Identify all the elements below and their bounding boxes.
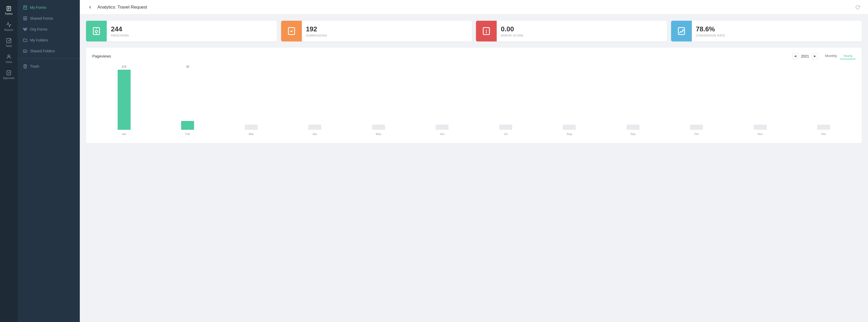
chart-year: 2021 [800, 54, 810, 58]
chart-header: Pageviews ◀ 2021 ▶ Monthly Yearly [92, 53, 856, 59]
conversion-rate-body: 78.6% CONVERSION RATE [696, 22, 725, 40]
bar-value-feb: 30 [186, 65, 189, 68]
error-score-label: ERROR SCORE [501, 34, 523, 37]
chart-title: Pageviews [92, 54, 792, 58]
stat-card-conversion-rate: 78.6% CONVERSION RATE [671, 21, 862, 41]
bar-may [372, 125, 385, 130]
bar-label-nov: Nov [757, 132, 763, 135]
chart-nav: ◀ 2021 ▶ [792, 53, 818, 59]
back-button[interactable] [86, 3, 94, 11]
conversion-rate-value: 78.6% [696, 25, 725, 33]
stat-cards: 244 PAGEVIEWS 192 SUBMISSIONS [86, 21, 862, 41]
bar-label-dec: Dec [821, 132, 826, 135]
stat-card-pageviews: 244 PAGEVIEWS [86, 21, 277, 41]
bar-jun [436, 125, 448, 130]
bar-label-aug: Aug [567, 132, 572, 135]
svg-rect-4 [7, 39, 11, 43]
sidebar-icon-users[interactable]: Users [0, 51, 18, 67]
stat-card-error-score: 0.00 ERROR SCORE [476, 21, 667, 41]
submissions-label: SUBMISSIONS [306, 34, 327, 37]
bar-label-jun: Jun [440, 132, 444, 135]
sidebar-item-trash-label: Trash [30, 64, 39, 68]
bar-label-oct: Oct [694, 132, 699, 135]
bar-jan [118, 70, 131, 130]
sidebar-item-shared-folders[interactable]: Shared Folders [18, 45, 80, 57]
error-score-body: 0.00 ERROR SCORE [501, 22, 523, 40]
sidebar-icon-tasks[interactable]: Tasks [0, 35, 18, 51]
bar-label-mar: Mar [249, 132, 254, 135]
sidebar-item-shared-forms[interactable]: Shared Forms [18, 13, 80, 24]
chart-next-button[interactable]: ▶ [812, 53, 818, 59]
bar-mar [245, 125, 258, 130]
bar-nov [754, 125, 767, 130]
bar-label-feb: Feb [185, 132, 190, 135]
conversion-rate-icon [671, 21, 692, 41]
submissions-value: 192 [306, 25, 327, 33]
sidebar-icon-approvals[interactable]: Approvals [0, 67, 18, 83]
icon-sidebar: Forms Reports Tasks Users Approvals [0, 0, 18, 322]
svg-rect-13 [26, 28, 27, 29]
sidebar-item-trash[interactable]: Trash [18, 61, 80, 72]
bar-value-jan: 214 [122, 65, 126, 68]
pageviews-body: 244 PAGEVIEWS [111, 22, 129, 40]
nav-sidebar: My Forms Shared Forms Org Forms My Folde… [18, 0, 80, 322]
submissions-body: 192 SUBMISSIONS [306, 22, 327, 40]
pageviews-icon [86, 21, 107, 41]
bar-col-apr: Apr [283, 70, 347, 130]
svg-rect-6 [7, 71, 11, 75]
bar-col-feb: 30Feb [156, 70, 220, 130]
bar-label-jan: Jan [122, 132, 126, 135]
bar-oct [690, 125, 703, 130]
bar-col-aug: Aug [538, 70, 601, 130]
bar-col-oct: Oct [665, 70, 728, 130]
bar-label-sep: Sep [630, 132, 636, 135]
submissions-icon [281, 21, 302, 41]
sidebar-icon-tasks-label: Tasks [5, 44, 12, 48]
bar-label-apr: Apr [313, 132, 317, 135]
bar-chart: 214Jan30FebMarAprMayJunJulAugSepOctNovDe… [92, 65, 856, 137]
bar-label-may: May [376, 132, 381, 135]
sidebar-icon-reports[interactable]: Reports [0, 19, 18, 35]
error-score-value: 0.00 [501, 25, 523, 33]
bar-col-jun: Jun [410, 70, 474, 130]
sidebar-item-shared-folders-label: Shared Folders [30, 49, 55, 53]
sidebar-item-shared-forms-label: Shared Forms [30, 16, 53, 21]
sidebar-item-my-forms-label: My Forms [30, 5, 46, 9]
chart-panel: Pageviews ◀ 2021 ▶ Monthly Yearly 214Jan… [86, 48, 862, 143]
bar-col-sep: Sep [601, 70, 665, 130]
sidebar-item-my-forms[interactable]: My Forms [18, 2, 80, 13]
content-area: 244 PAGEVIEWS 192 SUBMISSIONS [80, 14, 868, 322]
sidebar-icon-reports-label: Reports [4, 29, 13, 32]
sidebar-icon-forms-label: Forms [5, 12, 12, 15]
nav-divider [18, 59, 80, 59]
sidebar-item-org-forms[interactable]: Org Forms [18, 24, 80, 35]
bar-sep [626, 125, 640, 130]
bar-col-mar: Mar [219, 70, 283, 130]
main-area: Analytics: Travel Request 244 [80, 0, 868, 322]
svg-point-22 [486, 32, 487, 33]
svg-point-11 [25, 18, 26, 19]
sidebar-item-my-folders[interactable]: My Folders [18, 35, 80, 45]
sidebar-icon-users-label: Users [5, 61, 12, 64]
sidebar-item-my-folders-label: My Folders [30, 38, 48, 42]
bar-apr [308, 125, 321, 130]
chart-tabs: Monthly Yearly [822, 53, 856, 59]
sidebar-item-org-forms-label: Org Forms [30, 27, 48, 31]
bar-dec [817, 125, 830, 130]
svg-point-18 [95, 30, 98, 33]
bar-col-jul: Jul [474, 70, 538, 130]
svg-rect-14 [24, 30, 26, 31]
refresh-button[interactable] [854, 3, 862, 11]
tab-yearly[interactable]: Yearly [840, 53, 856, 59]
svg-rect-12 [23, 28, 25, 29]
tab-monthly[interactable]: Monthly [822, 53, 840, 59]
pageviews-value: 244 [111, 25, 129, 33]
svg-point-5 [8, 55, 9, 57]
pageviews-label: PAGEVIEWS [111, 34, 129, 37]
bar-feb [181, 121, 194, 130]
bar-col-dec: Dec [792, 70, 856, 130]
stat-card-submissions: 192 SUBMISSIONS [281, 21, 472, 41]
sidebar-icon-forms[interactable]: Forms [0, 3, 18, 19]
bar-label-jul: Jul [504, 132, 507, 135]
chart-prev-button[interactable]: ◀ [792, 53, 798, 59]
